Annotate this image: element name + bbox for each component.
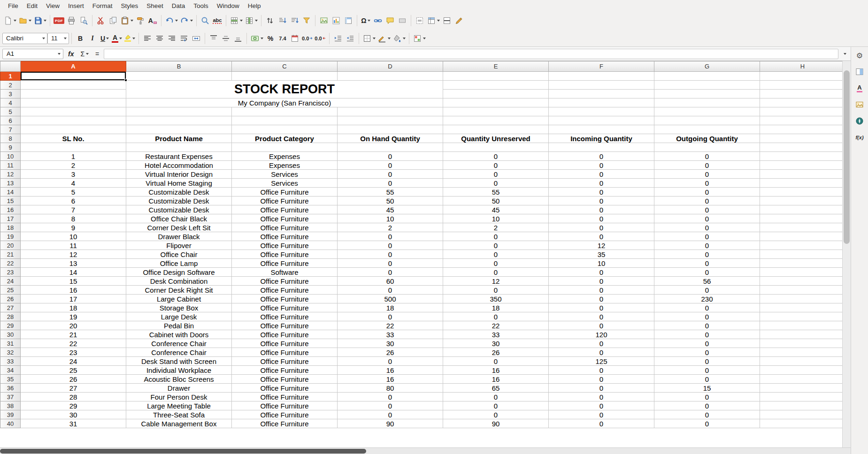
cell-A11[interactable]: 2 [21,161,126,170]
cell-E35[interactable]: 16 [443,375,549,384]
cell-B23[interactable]: Office Design Software [126,268,232,277]
cell-F34[interactable]: 0 [549,366,654,375]
cell-D8[interactable]: On Hand Quantity [338,134,443,143]
sidebar-tab-styles[interactable]: A [853,82,866,94]
cell-F23[interactable]: 0 [549,268,654,277]
cell-B16[interactable]: Customizable Desk [126,205,232,214]
cell-B1[interactable] [126,72,232,81]
cell-F16[interactable]: 0 [549,205,654,214]
cell-B12[interactable]: Virtual Interior Design [126,170,232,179]
cell-F18[interactable]: 0 [549,223,654,232]
cell-D9[interactable] [338,143,443,152]
cell-H34[interactable] [760,366,843,375]
menu-edit[interactable]: Edit [23,1,42,10]
menu-data[interactable]: Data [168,1,190,10]
cell-G26[interactable]: 230 [654,295,760,303]
merge-cells-button[interactable] [190,32,202,45]
cell-B2[interactable]: STOCK REPORT [126,81,443,98]
name-box[interactable]: A1 [2,49,63,59]
open-button[interactable] [17,15,32,27]
row-header-24[interactable]: 24 [0,277,21,286]
cell-H29[interactable] [760,321,843,330]
cell-A31[interactable]: 22 [21,339,126,348]
cell-G24[interactable]: 56 [654,277,760,286]
cell-C34[interactable]: Office Furniture [232,366,338,375]
cell-A15[interactable]: 6 [21,197,126,205]
cell-G21[interactable]: 0 [654,250,760,259]
cell-F26[interactable]: 0 [549,295,654,303]
cell-E32[interactable]: 26 [443,348,549,357]
cell-F29[interactable]: 0 [549,321,654,330]
cell-D29[interactable]: 22 [338,321,443,330]
cell-G17[interactable]: 0 [654,214,760,223]
cell-E37[interactable]: 0 [443,393,549,401]
vertical-scrollbar[interactable] [842,61,851,447]
cell-D25[interactable]: 0 [338,286,443,295]
cell-E40[interactable]: 90 [443,419,549,428]
cell-D30[interactable]: 33 [338,330,443,339]
row-header-10[interactable]: 10 [0,152,21,161]
row-header-15[interactable]: 15 [0,197,21,205]
cell-H15[interactable] [760,197,843,205]
cell-H1[interactable] [760,72,843,81]
cell-G14[interactable]: 0 [654,188,760,197]
cell-H32[interactable] [760,348,843,357]
border-style-button[interactable] [376,32,392,45]
cell-C40[interactable]: Office Furniture [232,419,338,428]
menu-window[interactable]: Window [213,1,244,10]
cell-F31[interactable]: 0 [549,339,654,348]
column-header-B[interactable]: B [126,61,232,72]
column-header-A[interactable]: A [21,61,126,72]
cell-B17[interactable]: Office Chair Black [126,214,232,223]
cell-D26[interactable]: 500 [338,295,443,303]
cell-A34[interactable]: 25 [21,366,126,375]
sidebar-settings-button[interactable]: ⚙ [853,49,866,61]
cell-G9[interactable] [654,143,760,152]
borders-button[interactable] [361,32,376,45]
cell-D11[interactable]: 0 [338,161,443,170]
clear-formatting-button[interactable]: A [146,15,159,27]
cell-C36[interactable]: Office Furniture [232,384,338,393]
cell-B30[interactable]: Cabinet with Doors [126,330,232,339]
cell-G23[interactable]: 0 [654,268,760,277]
cell-G2[interactable] [654,81,760,90]
cell-C16[interactable]: Office Furniture [232,205,338,214]
cell-B29[interactable]: Pedal Bin [126,321,232,330]
cell-E8[interactable]: Quantity Unreserved [443,134,549,143]
cell-A33[interactable]: 24 [21,357,126,366]
row-header-27[interactable]: 27 [0,303,21,312]
row-header-34[interactable]: 34 [0,366,21,375]
cell-C31[interactable]: Office Furniture [232,339,338,348]
cell-E3[interactable] [443,90,549,98]
cell-C13[interactable]: Services [232,179,338,188]
row-header-28[interactable]: 28 [0,312,21,321]
cell-C7[interactable] [232,125,338,134]
cell-E20[interactable]: 0 [443,241,549,250]
cell-E1[interactable] [443,72,549,81]
cell-G16[interactable]: 0 [654,205,760,214]
cell-B25[interactable]: Corner Desk Right Sit [126,286,232,295]
cell-C26[interactable]: Office Furniture [232,295,338,303]
cell-B7[interactable] [126,125,232,134]
cell-D15[interactable]: 50 [338,197,443,205]
cell-C22[interactable]: Office Furniture [232,259,338,268]
align-top-button[interactable] [207,32,220,45]
cell-B37[interactable]: Four Person Desk [126,393,232,401]
cell-D36[interactable]: 80 [338,384,443,393]
cell-E2[interactable] [443,81,549,90]
cell-H21[interactable] [760,250,843,259]
cell-A18[interactable]: 9 [21,223,126,232]
cell-A9[interactable] [21,143,126,152]
cell-G34[interactable]: 0 [654,366,760,375]
cell-F39[interactable]: 0 [549,410,654,419]
cell-A10[interactable]: 1 [21,152,126,161]
underline-button[interactable]: U [99,32,111,45]
cell-H9[interactable] [760,143,843,152]
cell-H3[interactable] [760,90,843,98]
cell-H39[interactable] [760,410,843,419]
row-header-6[interactable]: 6 [0,116,21,125]
cell-G15[interactable]: 0 [654,197,760,205]
cell-F27[interactable]: 0 [549,303,654,312]
cell-F14[interactable]: 0 [549,188,654,197]
row-header-23[interactable]: 23 [0,268,21,277]
